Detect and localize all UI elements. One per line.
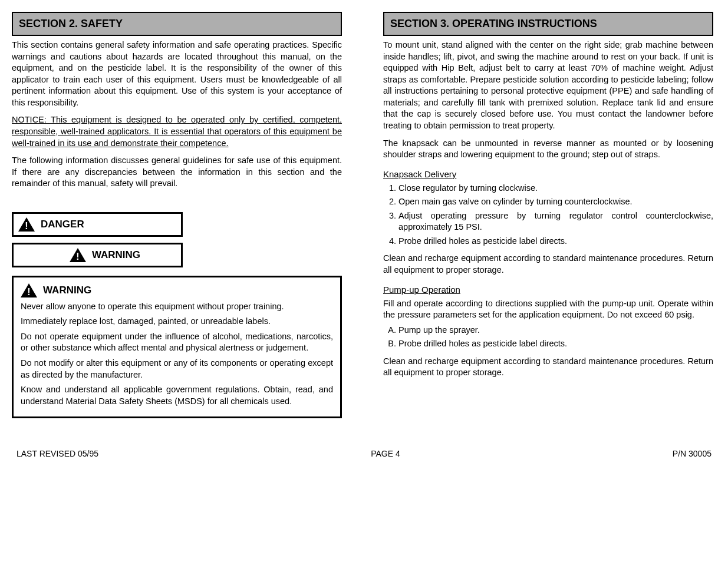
- op-para-1: To mount unit, stand aligned with the ce…: [383, 39, 713, 132]
- warning-full-p4: Do not modify or alter this equipment or…: [21, 358, 333, 381]
- pumpup-post-text: Clean and recharge equipment according t…: [383, 356, 713, 379]
- danger-label: DANGER: [41, 219, 84, 230]
- warning-full-p3: Do not operate equipment under the influ…: [21, 331, 333, 354]
- list-item: Pump up the sprayer.: [398, 325, 713, 336]
- safety-para-2: NOTICE: This equipment is designed to be…: [12, 114, 342, 149]
- svg-text:!: !: [76, 252, 79, 262]
- warning-icon: !: [18, 217, 35, 232]
- pumpup-title: Pump-up Operation: [383, 285, 713, 295]
- safety-para-3: The following information discusses gene…: [12, 155, 342, 190]
- notice-body: This equipment is designed to be operate…: [12, 115, 342, 147]
- warning-box-full: ! WARNING Never allow anyone to operate …: [12, 276, 342, 419]
- right-column: SECTION 3. OPERATING INSTRUCTIONS To mou…: [383, 12, 713, 418]
- footer-partno: P/N 30005: [673, 449, 711, 458]
- warning-full-p2: Immediately replace lost, damaged, paint…: [21, 316, 333, 328]
- svg-text:!: !: [27, 287, 30, 297]
- pumpup-intro: Fill and operate according to directions…: [383, 298, 713, 321]
- warning-label-small: WARNING: [92, 249, 140, 261]
- knapsack-steps-list: Close regulator by turning clockwise. Op…: [383, 183, 713, 247]
- page-footer: LAST REVISED 05/95 PAGE 4 P/N 30005: [0, 442, 728, 470]
- warning-full-p1: Never allow anyone to operate this equip…: [21, 301, 333, 313]
- warning-label-full: WARNING: [43, 285, 91, 296]
- list-item: Probe drilled holes as pesticide label d…: [398, 338, 713, 350]
- list-item: Close regulator by turning clockwise.: [398, 183, 713, 194]
- footer-revised: LAST REVISED 05/95: [17, 449, 98, 458]
- knapsack-delivery-title: Knapsack Delivery: [383, 169, 713, 179]
- svg-text:!: !: [25, 221, 28, 231]
- danger-box: ! DANGER: [12, 212, 183, 237]
- section-3-title: SECTION 3. OPERATING INSTRUCTIONS: [383, 12, 713, 36]
- list-item: Adjust operating pressure by turning reg…: [398, 210, 713, 233]
- pumpup-steps-list: Pump up the sprayer. Probe drilled holes…: [383, 325, 713, 350]
- warning-full-p5: Know and understand all applicable gover…: [21, 384, 333, 407]
- list-item: Open main gas valve on cylinder by turni…: [398, 196, 713, 208]
- warning-icon: !: [70, 248, 86, 262]
- op-para-2: The knapsack can be unmounted in reverse…: [383, 138, 713, 161]
- knapsack-post-text: Clean and recharge equipment according t…: [383, 253, 713, 276]
- notice-label: NOTICE:: [12, 115, 51, 124]
- left-column: SECTION 2. SAFETY This section contains …: [12, 12, 342, 418]
- warning-box-small: ! WARNING: [12, 243, 183, 267]
- section-2-title: SECTION 2. SAFETY: [12, 12, 342, 36]
- footer-page: PAGE 4: [371, 449, 400, 458]
- list-item: Probe drilled holes as pesticide label d…: [398, 236, 713, 247]
- safety-para-1: This section contains general safety inf…: [12, 39, 342, 108]
- warning-icon: !: [21, 283, 37, 297]
